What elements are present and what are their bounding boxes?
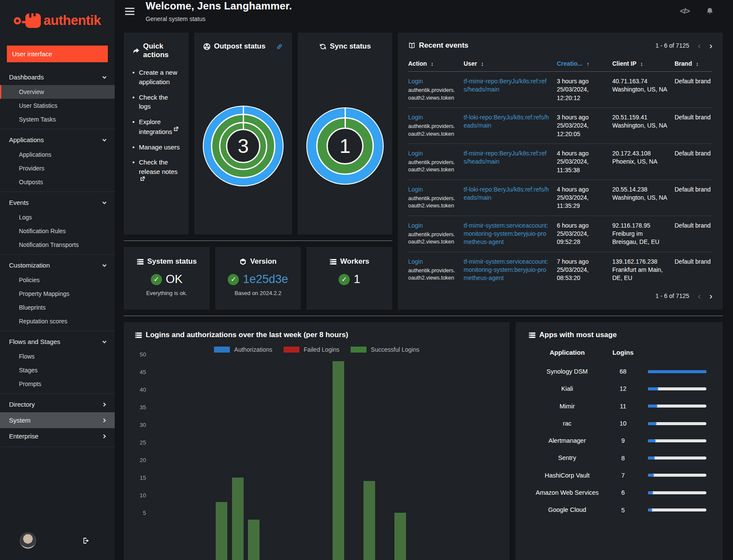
page-title: Welcome, Jens Langhammer. [146,0,292,12]
pagination-prev-button[interactable]: ‹ [698,43,701,49]
quick-action-create-application[interactable]: Create a new application [139,68,180,87]
sidebar-item-logs[interactable]: Logs [0,210,115,224]
sidebar-item-reputation-scores[interactable]: Reputation scores [0,314,115,328]
event-action-link[interactable]: Login [408,114,423,121]
event-brand: Default brand [675,258,712,283]
logins-chart-title: Logins and authorizations over the last … [146,331,348,339]
column-header-user[interactable]: User↕ [464,60,550,67]
quick-action-manage-users[interactable]: Manage users [139,143,180,152]
apps-column-logins: Logins [606,349,640,363]
quick-action-release-notes[interactable]: Check the release notes [139,158,180,186]
event-client-ip: 139.162.176.238 [612,258,667,266]
sidebar-item-providers[interactable]: Providers [0,161,115,175]
app-logins: 5 [606,507,640,514]
event-action-link[interactable]: Login [408,150,423,157]
event-client-ip: 20.172.43.108 [612,149,667,158]
check-circle-icon: ✓ [151,274,162,285]
workers-card: Workers ✓ 1 [306,247,392,310]
sidebar-item-prompts[interactable]: Prompts [0,377,115,391]
event-user-link[interactable]: tf-loki-repo:BeryJu/k8s:ref:refs/heads/m… [464,114,549,129]
sort-icon[interactable]: ↕ [431,61,434,67]
pagination-next-button[interactable]: › [709,293,712,299]
sidebar-section-enterprise[interactable]: Enterprise [0,428,115,444]
pagination-prev-button[interactable]: ‹ [698,293,701,299]
event-row: Login authentik.providers.oauth2.views.t… [408,180,712,216]
app-usage-bar [648,474,706,477]
authentik-logo[interactable]: authentik [0,0,115,40]
app-name: Kiali [528,380,606,397]
event-brand: Default brand [675,77,712,102]
sidebar-section-flows-and-stages[interactable]: Flows and Stages [0,334,115,350]
event-geo: Washington, US, NA [612,194,667,202]
server-icon [135,332,142,339]
sidebar-section-customization[interactable]: Customization [0,257,115,273]
sort-icon[interactable]: ↕ [481,61,484,67]
sign-out-icon[interactable] [82,536,91,545]
sidebar-item-user-statistics[interactable]: User Statistics [0,99,115,113]
api-code-icon[interactable]: </> [680,6,689,16]
sidebar-item-blueprints[interactable]: Blueprints [0,301,115,314]
apps-usage-card: Apps with most usage Application Logins … [516,322,723,560]
sort-icon[interactable]: ↕ [640,61,643,67]
app-name: Synology DSM [528,363,606,380]
sidebar-item-flows[interactable]: Flows [0,350,115,363]
version-link[interactable]: 1e25d3e [243,273,288,286]
sidebar-item-notification-rules[interactable]: Notification Rules [0,224,115,238]
app-logins: 11 [606,403,640,410]
system-status-subtitle: Everything is ok. [128,290,205,296]
user-avatar[interactable] [20,533,36,549]
user-interface-button[interactable]: User interface [7,46,108,62]
event-action-link[interactable]: Login [408,222,423,229]
quick-actions-card: Quick actions • Create a new application… [124,33,189,234]
sidebar-item-stages[interactable]: Stages [0,363,115,377]
outpost-status-title: Outpost status [214,42,266,51]
event-user-link[interactable]: tf-mimir-system:serviceaccount:monitorin… [464,222,548,246]
sidebar-item-notification-transports[interactable]: Notification Transports [0,238,115,252]
column-header-action[interactable]: Action↕ [408,60,456,67]
event-user-link[interactable]: tf-mimir-repo:BeryJu/k8s:ref:refs/heads/… [464,150,547,165]
column-header-creation[interactable]: Creatio...↑ [557,60,605,67]
event-action-link[interactable]: Login [408,186,423,193]
recent-events-title: Recent events [419,41,468,50]
workers-value: 1 [354,273,360,286]
key-head-icon [25,13,41,28]
event-action-detail: authentik.providers.oauth2.views.token [408,87,456,102]
sort-asc-icon[interactable]: ↑ [586,61,589,67]
check-circle-icon: ✓ [339,274,350,285]
pagination-label: 1 - 6 of 7125 [655,292,689,299]
sidebar-item-property-mappings[interactable]: Property Mappings [0,287,115,301]
event-action-link[interactable]: Login [408,258,423,265]
pagination-next-button[interactable]: › [709,43,712,49]
event-user-link[interactable]: tf-mimir-system:serviceaccount:monitorin… [464,258,548,282]
quick-action-explore-integrations[interactable]: Explore integrations [139,117,180,137]
chevron-down-icon [102,200,107,205]
sidebar-section-system[interactable]: System [0,412,115,428]
sidebar-section-events[interactable]: Events [0,195,115,210]
notification-bell-icon[interactable] [706,7,714,15]
event-user-link[interactable]: tf-mimir-repo:BeryJu/k8s:ref:refs/heads/… [464,78,547,93]
sidebar-item-applications[interactable]: Applications [0,148,115,161]
sidebar-item-policies[interactable]: Policies [0,273,115,287]
workers-title: Workers [340,257,370,266]
version-title: Version [250,257,276,266]
event-client-ip: 40.71.163.74 [612,77,667,85]
sidebar-item-overview[interactable]: Overview [0,85,115,99]
sidebar-item-system-tasks[interactable]: System Tasks [0,113,115,126]
column-header-client-ip[interactable]: Client IP↕ [612,60,667,67]
pagination-label: 1 - 6 of 7125 [655,42,689,49]
sidebar-item-outposts[interactable]: Outposts [0,175,115,189]
sidebar-section-directory[interactable]: Directory [0,396,115,412]
sync-status-donut: 1 [306,107,384,185]
event-action-link[interactable]: Login [408,78,423,85]
logo-text: authentik [43,13,101,28]
event-user-link[interactable]: tf-loki-repo:BeryJu/k8s:ref:refs/heads/m… [464,186,549,201]
sidebar-section-applications[interactable]: Applications [0,132,115,148]
hamburger-menu-icon[interactable] [125,6,134,17]
column-header-brand[interactable]: Brand↕ [675,60,712,67]
sidebar-section-dashboards[interactable]: Dashboards [0,69,115,85]
donut-gap-line [243,106,244,130]
quick-action-check-logs[interactable]: Check the logs [139,93,180,112]
link-icon[interactable] [276,43,283,50]
sidebar: authentik User interface Dashboards Over… [0,0,115,560]
sort-icon[interactable]: ↕ [696,61,699,67]
